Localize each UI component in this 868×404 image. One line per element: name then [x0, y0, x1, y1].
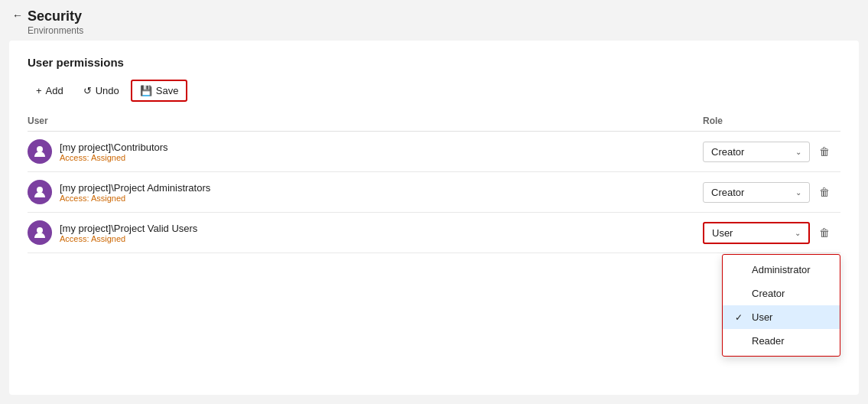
- role-value-2: Creator: [711, 187, 791, 198]
- user-name: [my project]\Contributors: [60, 142, 168, 153]
- save-icon: 💾: [140, 85, 152, 96]
- dropdown-option-label: Administrator: [752, 264, 811, 275]
- chevron-down-icon: ⌄: [795, 188, 801, 197]
- delete-button-1[interactable]: 🗑: [816, 142, 833, 161]
- svg-point-2: [37, 227, 43, 233]
- breadcrumb: Environments: [28, 25, 83, 36]
- svg-point-0: [37, 146, 43, 152]
- chevron-down-icon: ⌄: [795, 229, 801, 237]
- add-button[interactable]: + Add: [28, 80, 72, 101]
- save-label: Save: [156, 85, 179, 96]
- user-access: Access: Assigned: [60, 234, 197, 243]
- section-title: User permissions: [28, 56, 840, 69]
- undo-button[interactable]: ↺ Undo: [75, 80, 128, 101]
- dropdown-option-user[interactable]: ✓ User: [723, 305, 840, 329]
- avatar: [28, 180, 52, 204]
- add-icon: +: [36, 85, 42, 96]
- dropdown-option-label: User: [752, 311, 772, 323]
- user-access: Access: Assigned: [60, 153, 168, 162]
- role-dropdown-1[interactable]: Creator ⌄: [703, 142, 810, 162]
- role-dropdown-menu: Administrator Creator ✓ User Reader: [722, 254, 840, 357]
- table-row: [my project]\Project Valid Users Access:…: [28, 213, 840, 253]
- main-card: User permissions + Add ↺ Undo 💾 Save Use…: [9, 41, 859, 395]
- role-cell: Creator ⌄ 🗑: [703, 142, 840, 162]
- col-header-user: User: [28, 116, 703, 126]
- chevron-down-icon: ⌄: [795, 148, 801, 156]
- role-cell: Creator ⌄ 🗑: [703, 182, 840, 203]
- svg-point-1: [37, 187, 43, 193]
- page: ← Security Environments User permissions…: [0, 0, 868, 404]
- avatar: [28, 139, 52, 164]
- undo-icon: ↺: [83, 85, 92, 96]
- undo-label: Undo: [96, 85, 119, 96]
- add-label: Add: [46, 85, 63, 96]
- user-name: [my project]\Project Valid Users: [60, 223, 197, 234]
- user-info: [my project]\Contributors Access: Assign…: [60, 142, 168, 162]
- user-info: [my project]\Project Valid Users Access:…: [60, 223, 197, 243]
- user-cell: [my project]\Contributors Access: Assign…: [28, 139, 703, 164]
- user-cell: [my project]\Project Valid Users Access:…: [28, 220, 703, 245]
- role-dropdown-2[interactable]: Creator ⌄: [703, 182, 810, 203]
- save-button[interactable]: 💾 Save: [131, 80, 188, 102]
- dropdown-option-label: Reader: [752, 335, 785, 347]
- checkmark-icon: ✓: [735, 312, 746, 323]
- table-header: User Role: [28, 112, 840, 132]
- dropdown-option-administrator[interactable]: Administrator: [723, 258, 840, 282]
- dropdown-option-reader[interactable]: Reader: [723, 329, 840, 353]
- header: ← Security Environments: [0, 0, 868, 41]
- role-dropdown-3[interactable]: User ⌄: [703, 222, 810, 244]
- page-title: Security: [28, 8, 83, 25]
- delete-button-3[interactable]: 🗑: [816, 223, 833, 242]
- user-name: [my project]\Project Administrators: [60, 182, 210, 194]
- role-value-3: User: [712, 227, 790, 239]
- user-access: Access: Assigned: [60, 194, 210, 203]
- dropdown-option-creator[interactable]: Creator: [723, 282, 840, 305]
- avatar: [28, 220, 52, 245]
- table-row: [my project]\Project Administrators Acce…: [28, 172, 840, 213]
- user-cell: [my project]\Project Administrators Acce…: [28, 180, 703, 204]
- col-header-role: Role: [703, 116, 840, 126]
- back-button[interactable]: ←: [12, 9, 23, 21]
- table-row: [my project]\Contributors Access: Assign…: [28, 132, 840, 172]
- role-cell: User ⌄ 🗑 Administrator Creator ✓: [703, 222, 840, 244]
- header-titles: Security Environments: [28, 8, 83, 36]
- toolbar: + Add ↺ Undo 💾 Save: [28, 80, 840, 102]
- dropdown-option-label: Creator: [752, 288, 785, 299]
- user-info: [my project]\Project Administrators Acce…: [60, 182, 210, 203]
- role-value-1: Creator: [711, 146, 791, 158]
- delete-button-2[interactable]: 🗑: [816, 183, 833, 201]
